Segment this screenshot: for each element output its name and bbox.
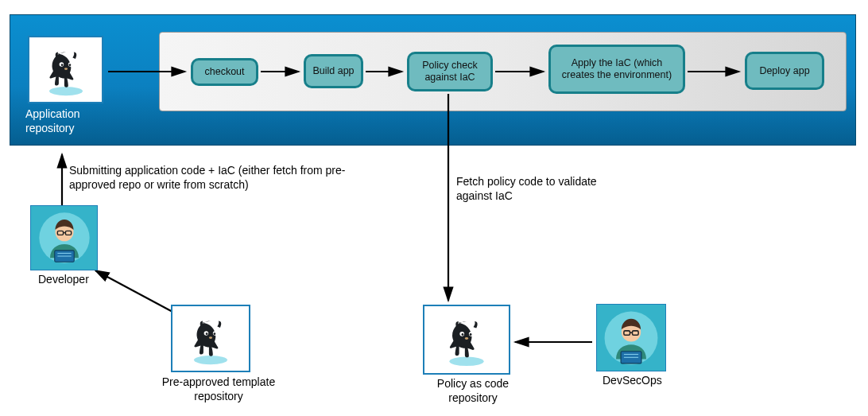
policy-repo-box (423, 305, 510, 375)
node-policy-check-label: Policy check against IaC (414, 60, 486, 84)
fetch-policy-text: Fetch policy code to validate against Ia… (456, 175, 615, 203)
app-repo-label: Application repository (25, 107, 113, 135)
node-apply-iac: Apply the IaC (which creates the environ… (548, 45, 685, 94)
devsecops-avatar (596, 304, 666, 371)
svg-point-29 (449, 357, 483, 367)
developer-label: Developer (38, 273, 89, 287)
svg-point-5 (64, 68, 67, 70)
svg-point-0 (49, 87, 83, 95)
svg-point-23 (194, 356, 227, 364)
svg-point-33 (470, 333, 472, 336)
svg-point-34 (465, 337, 468, 340)
node-checkout-label: checkout (204, 66, 244, 78)
policy-repo-label: Policy as code repository (429, 377, 517, 405)
node-deploy-label: Deploy app (759, 65, 809, 77)
devsecops-label: DevSecOps (603, 374, 662, 388)
node-build-label: Build app (312, 65, 354, 77)
developer-icon (36, 209, 93, 266)
node-policy-check: Policy check against IaC (407, 52, 493, 91)
svg-point-4 (68, 64, 71, 66)
github-icon (38, 42, 94, 98)
svg-point-27 (214, 332, 216, 335)
svg-point-32 (462, 333, 464, 336)
node-build: Build app (304, 54, 363, 88)
github-icon (183, 311, 238, 367)
pipeline-panel (159, 32, 847, 111)
node-deploy: Deploy app (745, 52, 824, 90)
svg-point-3 (60, 64, 63, 66)
github-icon (438, 311, 495, 368)
svg-point-28 (209, 336, 212, 339)
devsecops-icon (601, 308, 661, 368)
application-repo-box (28, 36, 103, 103)
template-repo-label: Pre-approved template repository (159, 375, 278, 403)
submit-text: Submitting application code + IaC (eithe… (69, 164, 379, 192)
svg-point-26 (206, 332, 208, 335)
developer-avatar (30, 205, 98, 270)
template-repo-box (171, 305, 250, 372)
node-checkout: checkout (191, 58, 258, 86)
node-apply-iac-label: Apply the IaC (which creates the environ… (556, 57, 678, 81)
